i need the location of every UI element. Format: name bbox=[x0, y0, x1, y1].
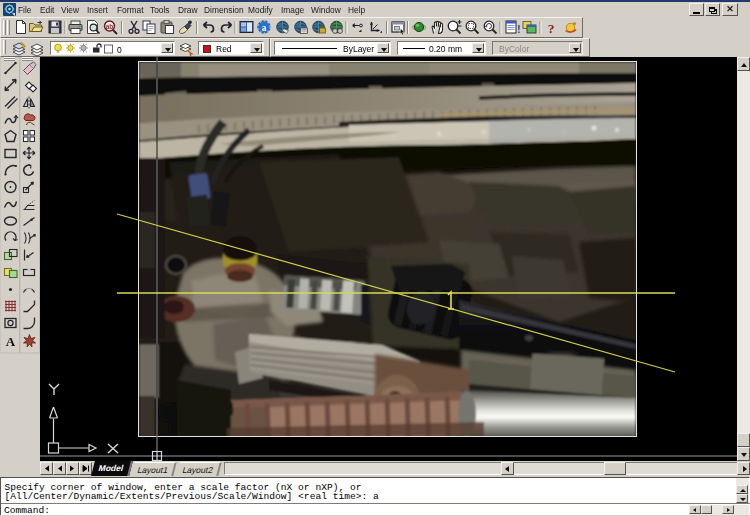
svg-text:ab: ab bbox=[106, 23, 114, 30]
svg-text:?: ? bbox=[548, 21, 555, 36]
svg-text:0: 0 bbox=[117, 45, 122, 55]
svg-text:A: A bbox=[6, 334, 16, 349]
svg-text:a: a bbox=[262, 23, 267, 33]
svg-text:!: ! bbox=[517, 24, 520, 35]
